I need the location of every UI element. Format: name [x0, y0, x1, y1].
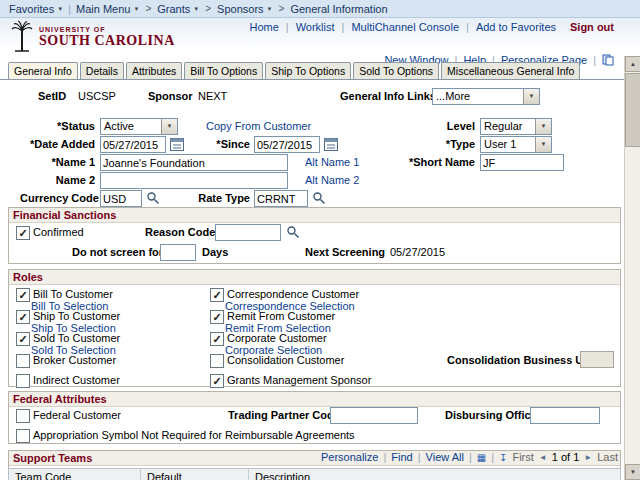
federal-customer-checkbox[interactable]: ✓ — [16, 409, 30, 423]
tab-divider-line — [0, 79, 624, 80]
do-not-screen-label: Do not screen for — [72, 246, 163, 258]
download-icon[interactable]: ↧ — [499, 452, 507, 463]
check-icon: ✓ — [211, 375, 223, 387]
lookup-magnifier-icon[interactable] — [146, 191, 160, 205]
reason-code-input[interactable] — [215, 224, 281, 241]
scroll-up-button[interactable]: ▲ — [625, 56, 640, 72]
consolidation-customer-checkbox[interactable]: ✓ — [210, 354, 224, 368]
rate-type-input[interactable] — [254, 190, 308, 207]
chevron-down-icon[interactable]: ▼ — [523, 89, 539, 104]
tab-misc-general-info[interactable]: Miscellaneous General Info — [441, 62, 580, 80]
appropriation-symbol-checkbox[interactable]: ✓ — [16, 429, 30, 443]
tab-general-info[interactable]: General Info — [8, 62, 78, 80]
add-to-favorites-link[interactable]: Add to Favorites — [476, 21, 556, 33]
name1-input[interactable] — [100, 154, 288, 171]
level-dropdown[interactable]: Regular ▼ — [480, 118, 552, 135]
roles-header: Roles — [9, 270, 620, 285]
correspondence-customer-label: Correspondence Customer — [227, 288, 359, 300]
remit-from-customer-checkbox[interactable]: ✓ — [210, 310, 224, 324]
copy-from-customer-link[interactable]: Copy From Customer — [206, 120, 311, 132]
status-dropdown[interactable]: Active ▼ — [100, 118, 178, 135]
consolidation-business-unit-input — [580, 351, 614, 368]
column-header-default: Default — [141, 469, 249, 480]
federal-attributes-header: Federal Attributes — [9, 392, 620, 407]
calendar-icon[interactable] — [170, 137, 184, 151]
breadcrumb-sponsors[interactable]: Sponsors ▼ — [217, 3, 272, 15]
type-dropdown[interactable]: User 1 ▼ — [480, 136, 552, 153]
chevron-down-icon[interactable]: ▼ — [161, 119, 177, 134]
lookup-magnifier-icon[interactable] — [286, 225, 300, 239]
appropriation-symbol-label: Appropriation Symbol Not Required for Re… — [33, 429, 355, 441]
view-all-link[interactable]: View All — [426, 451, 464, 463]
find-link[interactable]: Find — [391, 451, 412, 463]
previous-row-icon[interactable]: ◄ — [539, 453, 547, 462]
sold-to-customer-checkbox[interactable]: ✓ — [16, 332, 30, 346]
tab-attributes[interactable]: Attributes — [126, 62, 182, 80]
personalize-link[interactable]: Personalize — [321, 451, 378, 463]
row-count: 1 of 1 — [552, 451, 580, 463]
broker-customer-checkbox[interactable]: ✓ — [16, 354, 30, 368]
corporate-customer-label: Corporate Customer — [227, 332, 327, 344]
general-info-links-dropdown[interactable]: ...More ▼ — [432, 88, 540, 105]
page-icon[interactable] — [602, 54, 614, 66]
chevron-down-icon[interactable]: ▼ — [535, 119, 551, 134]
favorites-menu[interactable]: Favorites ▼ — [9, 3, 63, 15]
trading-partner-code-input[interactable] — [330, 407, 418, 424]
next-row-icon[interactable]: ► — [584, 453, 592, 462]
sign-out-link[interactable]: Sign out — [570, 21, 614, 33]
palmetto-tree-icon — [10, 20, 34, 54]
chevron-down-icon: ▼ — [133, 6, 139, 12]
short-name-input[interactable] — [480, 154, 564, 171]
corporate-customer-checkbox[interactable]: ✓ — [210, 332, 224, 346]
status-value: Active — [101, 119, 161, 134]
next-screening-label: Next Screening — [305, 246, 385, 258]
rate-type-label: Rate Type — [185, 192, 250, 204]
multichannel-console-link[interactable]: MultiChannel Console — [351, 21, 459, 33]
scroll-up-icon: ▲ — [630, 61, 636, 67]
grid-zoom-icon[interactable]: ▦ — [477, 452, 486, 463]
calendar-icon[interactable] — [324, 137, 338, 151]
first-link[interactable]: First — [512, 451, 533, 463]
main-menu[interactable]: Main Menu ▼ — [76, 3, 139, 15]
confirmed-checkbox[interactable]: ✓ — [16, 226, 30, 240]
breadcrumb-grants[interactable]: Grants ▼ — [157, 3, 199, 15]
chevron-down-icon: ▼ — [57, 6, 63, 12]
scroll-down-button[interactable]: ▼ — [625, 464, 640, 480]
name2-input[interactable] — [100, 172, 288, 189]
bill-to-customer-checkbox[interactable]: ✓ — [16, 288, 30, 302]
scroll-down-icon: ▼ — [630, 469, 636, 475]
type-value: User 1 — [481, 137, 535, 152]
tab-bill-to-options[interactable]: Bill To Options — [184, 62, 263, 80]
check-icon: ✓ — [17, 227, 29, 239]
days-label: Days — [202, 246, 228, 258]
alt-name1-link[interactable]: Alt Name 1 — [305, 156, 359, 168]
ship-to-customer-checkbox[interactable]: ✓ — [16, 310, 30, 324]
divider: | — [383, 451, 386, 463]
correspondence-customer-checkbox[interactable]: ✓ — [210, 288, 224, 302]
tab-ship-to-options[interactable]: Ship To Options — [265, 62, 351, 80]
indirect-customer-checkbox[interactable]: ✓ — [16, 374, 30, 388]
currency-code-input[interactable] — [100, 190, 142, 207]
favorites-label: Favorites — [9, 3, 54, 15]
do-not-screen-input[interactable] — [160, 244, 196, 261]
divider: | — [418, 451, 421, 463]
disbursing-office-input[interactable] — [530, 407, 600, 424]
tab-details[interactable]: Details — [80, 62, 124, 80]
since-input[interactable] — [254, 136, 320, 153]
chevron-down-icon[interactable]: ▼ — [535, 137, 551, 152]
home-link[interactable]: Home — [249, 21, 278, 33]
check-icon: ✓ — [211, 289, 223, 301]
date-added-input[interactable] — [100, 136, 166, 153]
financial-sanctions-header: Financial Sanctions — [9, 208, 620, 223]
alt-name2-link[interactable]: Alt Name 2 — [305, 174, 359, 186]
check-icon: ✓ — [211, 333, 223, 345]
logo-line2: SOUTH CAROLINA — [39, 33, 175, 49]
consolidation-customer-label: Consolidation Customer — [227, 354, 344, 366]
tab-sold-to-options[interactable]: Sold To Options — [353, 62, 439, 80]
grants-management-sponsor-checkbox[interactable]: ✓ — [210, 374, 224, 388]
last-link[interactable]: Last — [597, 451, 618, 463]
vertical-scrollbar[interactable]: ▲ ▼ — [624, 56, 640, 480]
lookup-magnifier-icon[interactable] — [312, 191, 326, 205]
scrollbar-thumb[interactable] — [625, 73, 640, 147]
worklist-link[interactable]: Worklist — [296, 21, 335, 33]
